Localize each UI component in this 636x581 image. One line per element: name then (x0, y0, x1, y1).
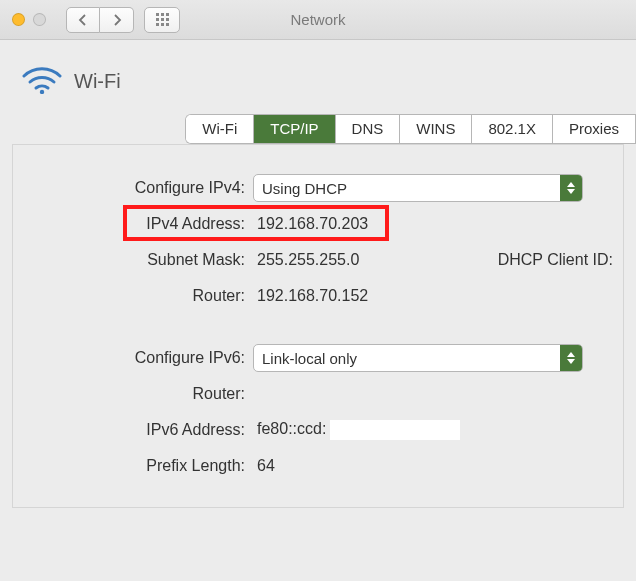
ipv4-router-label: Router: (23, 287, 253, 305)
grid-icon (156, 13, 169, 26)
tab-wifi[interactable]: Wi-Fi (186, 115, 254, 143)
tab-dns[interactable]: DNS (336, 115, 401, 143)
window-controls (12, 13, 46, 26)
chevron-updown-icon (560, 175, 582, 201)
prefix-length-label: Prefix Length: (23, 457, 253, 475)
maximize-dot[interactable] (33, 13, 46, 26)
settings-panel: Configure IPv4: Using DHCP IPv4 Address:… (12, 144, 624, 508)
configure-ipv4-value: Using DHCP (262, 180, 347, 197)
dhcp-client-id-label: DHCP Client ID: (498, 251, 613, 269)
ipv6-address-label: IPv6 Address: (23, 421, 253, 439)
interface-name: Wi-Fi (74, 70, 121, 93)
configure-ipv4-select[interactable]: Using DHCP (253, 174, 583, 202)
svg-point-0 (40, 90, 44, 94)
show-all-button[interactable] (144, 7, 180, 33)
ipv4-router-value: 192.168.70.152 (253, 287, 368, 305)
configure-ipv6-value: Link-local only (262, 350, 357, 367)
configure-ipv4-label: Configure IPv4: (23, 179, 253, 197)
back-button[interactable] (66, 7, 100, 33)
configure-ipv6-label: Configure IPv6: (23, 349, 253, 367)
forward-button[interactable] (100, 7, 134, 33)
prefix-length-value: 64 (253, 457, 275, 475)
chevron-updown-icon (560, 345, 582, 371)
tab-tcpip[interactable]: TCP/IP (254, 115, 335, 143)
ipv6-address-value: fe80::ccd: (253, 420, 460, 440)
interface-header: Wi-Fi (0, 40, 636, 104)
nav-group (66, 7, 134, 33)
minimize-dot[interactable] (12, 13, 25, 26)
tab-bar: Wi-Fi TCP/IP DNS WINS 802.1X Proxies (185, 114, 636, 144)
subnet-mask-value: 255.255.255.0 (253, 251, 359, 269)
titlebar: Network (0, 0, 636, 40)
wifi-icon (22, 64, 62, 98)
subnet-mask-label: Subnet Mask: (23, 251, 253, 269)
tab-8021x[interactable]: 802.1X (472, 115, 553, 143)
redacted-block (330, 420, 460, 440)
ipv4-address-value: 192.168.70.203 (253, 215, 368, 233)
ipv4-address-label: IPv4 Address: (23, 215, 253, 233)
tab-wins[interactable]: WINS (400, 115, 472, 143)
configure-ipv6-select[interactable]: Link-local only (253, 344, 583, 372)
ipv6-router-label: Router: (23, 385, 253, 403)
tab-proxies[interactable]: Proxies (553, 115, 636, 143)
